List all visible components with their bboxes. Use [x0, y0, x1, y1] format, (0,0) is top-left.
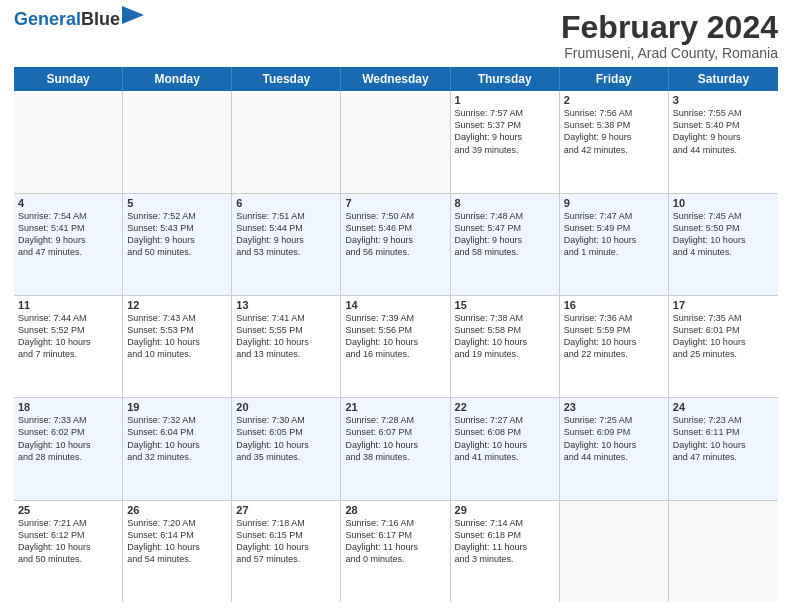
day-info: Sunrise: 7:28 AM Sunset: 6:07 PM Dayligh… — [345, 414, 445, 463]
day-number: 7 — [345, 197, 445, 209]
calendar-header: Sunday Monday Tuesday Wednesday Thursday… — [14, 67, 778, 91]
day-number: 24 — [673, 401, 774, 413]
day-cell-23: 23Sunrise: 7:25 AM Sunset: 6:09 PM Dayli… — [560, 398, 669, 499]
logo: GeneralBlue — [14, 10, 144, 28]
day-cell-21: 21Sunrise: 7:28 AM Sunset: 6:07 PM Dayli… — [341, 398, 450, 499]
day-cell-18: 18Sunrise: 7:33 AM Sunset: 6:02 PM Dayli… — [14, 398, 123, 499]
day-cell-2: 2Sunrise: 7:56 AM Sunset: 5:38 PM Daylig… — [560, 91, 669, 192]
header-monday: Monday — [123, 67, 232, 91]
day-number: 23 — [564, 401, 664, 413]
empty-cell — [14, 91, 123, 192]
calendar-row-5: 25Sunrise: 7:21 AM Sunset: 6:12 PM Dayli… — [14, 501, 778, 602]
day-number: 15 — [455, 299, 555, 311]
header-tuesday: Tuesday — [232, 67, 341, 91]
day-cell-24: 24Sunrise: 7:23 AM Sunset: 6:11 PM Dayli… — [669, 398, 778, 499]
day-info: Sunrise: 7:20 AM Sunset: 6:14 PM Dayligh… — [127, 517, 227, 566]
calendar-body: 1Sunrise: 7:57 AM Sunset: 5:37 PM Daylig… — [14, 91, 778, 602]
day-cell-15: 15Sunrise: 7:38 AM Sunset: 5:58 PM Dayli… — [451, 296, 560, 397]
day-info: Sunrise: 7:47 AM Sunset: 5:49 PM Dayligh… — [564, 210, 664, 259]
day-cell-7: 7Sunrise: 7:50 AM Sunset: 5:46 PM Daylig… — [341, 194, 450, 295]
day-cell-27: 27Sunrise: 7:18 AM Sunset: 6:15 PM Dayli… — [232, 501, 341, 602]
day-number: 21 — [345, 401, 445, 413]
day-cell-12: 12Sunrise: 7:43 AM Sunset: 5:53 PM Dayli… — [123, 296, 232, 397]
day-info: Sunrise: 7:48 AM Sunset: 5:47 PM Dayligh… — [455, 210, 555, 259]
day-cell-11: 11Sunrise: 7:44 AM Sunset: 5:52 PM Dayli… — [14, 296, 123, 397]
day-number: 9 — [564, 197, 664, 209]
page-title: February 2024 — [561, 10, 778, 45]
day-number: 8 — [455, 197, 555, 209]
day-number: 14 — [345, 299, 445, 311]
calendar-row-3: 11Sunrise: 7:44 AM Sunset: 5:52 PM Dayli… — [14, 296, 778, 398]
page-subtitle: Frumuseni, Arad County, Romania — [561, 45, 778, 61]
day-number: 10 — [673, 197, 774, 209]
logo-arrow-icon — [122, 6, 144, 24]
day-cell-29: 29Sunrise: 7:14 AM Sunset: 6:18 PM Dayli… — [451, 501, 560, 602]
day-info: Sunrise: 7:33 AM Sunset: 6:02 PM Dayligh… — [18, 414, 118, 463]
day-cell-26: 26Sunrise: 7:20 AM Sunset: 6:14 PM Dayli… — [123, 501, 232, 602]
day-number: 18 — [18, 401, 118, 413]
day-number: 29 — [455, 504, 555, 516]
day-number: 13 — [236, 299, 336, 311]
svg-marker-0 — [122, 6, 144, 24]
header-wednesday: Wednesday — [341, 67, 450, 91]
day-info: Sunrise: 7:39 AM Sunset: 5:56 PM Dayligh… — [345, 312, 445, 361]
day-number: 17 — [673, 299, 774, 311]
day-info: Sunrise: 7:16 AM Sunset: 6:17 PM Dayligh… — [345, 517, 445, 566]
day-info: Sunrise: 7:35 AM Sunset: 6:01 PM Dayligh… — [673, 312, 774, 361]
day-cell-3: 3Sunrise: 7:55 AM Sunset: 5:40 PM Daylig… — [669, 91, 778, 192]
day-info: Sunrise: 7:51 AM Sunset: 5:44 PM Dayligh… — [236, 210, 336, 259]
day-cell-1: 1Sunrise: 7:57 AM Sunset: 5:37 PM Daylig… — [451, 91, 560, 192]
page-container: GeneralBlue February 2024 Frumuseni, Ara… — [0, 0, 792, 612]
header-thursday: Thursday — [451, 67, 560, 91]
day-number: 5 — [127, 197, 227, 209]
day-number: 1 — [455, 94, 555, 106]
day-info: Sunrise: 7:55 AM Sunset: 5:40 PM Dayligh… — [673, 107, 774, 156]
day-cell-13: 13Sunrise: 7:41 AM Sunset: 5:55 PM Dayli… — [232, 296, 341, 397]
day-info: Sunrise: 7:41 AM Sunset: 5:55 PM Dayligh… — [236, 312, 336, 361]
day-number: 3 — [673, 94, 774, 106]
day-number: 28 — [345, 504, 445, 516]
title-block: February 2024 Frumuseni, Arad County, Ro… — [561, 10, 778, 61]
day-info: Sunrise: 7:50 AM Sunset: 5:46 PM Dayligh… — [345, 210, 445, 259]
day-info: Sunrise: 7:44 AM Sunset: 5:52 PM Dayligh… — [18, 312, 118, 361]
day-info: Sunrise: 7:38 AM Sunset: 5:58 PM Dayligh… — [455, 312, 555, 361]
day-cell-4: 4Sunrise: 7:54 AM Sunset: 5:41 PM Daylig… — [14, 194, 123, 295]
day-info: Sunrise: 7:30 AM Sunset: 6:05 PM Dayligh… — [236, 414, 336, 463]
day-info: Sunrise: 7:21 AM Sunset: 6:12 PM Dayligh… — [18, 517, 118, 566]
header-saturday: Saturday — [669, 67, 778, 91]
day-cell-6: 6Sunrise: 7:51 AM Sunset: 5:44 PM Daylig… — [232, 194, 341, 295]
day-number: 12 — [127, 299, 227, 311]
header-sunday: Sunday — [14, 67, 123, 91]
day-cell-17: 17Sunrise: 7:35 AM Sunset: 6:01 PM Dayli… — [669, 296, 778, 397]
day-info: Sunrise: 7:45 AM Sunset: 5:50 PM Dayligh… — [673, 210, 774, 259]
day-info: Sunrise: 7:32 AM Sunset: 6:04 PM Dayligh… — [127, 414, 227, 463]
day-info: Sunrise: 7:43 AM Sunset: 5:53 PM Dayligh… — [127, 312, 227, 361]
day-info: Sunrise: 7:54 AM Sunset: 5:41 PM Dayligh… — [18, 210, 118, 259]
day-cell-19: 19Sunrise: 7:32 AM Sunset: 6:04 PM Dayli… — [123, 398, 232, 499]
day-info: Sunrise: 7:36 AM Sunset: 5:59 PM Dayligh… — [564, 312, 664, 361]
day-number: 19 — [127, 401, 227, 413]
calendar-row-2: 4Sunrise: 7:54 AM Sunset: 5:41 PM Daylig… — [14, 194, 778, 296]
header: GeneralBlue February 2024 Frumuseni, Ara… — [14, 10, 778, 61]
day-number: 27 — [236, 504, 336, 516]
day-cell-5: 5Sunrise: 7:52 AM Sunset: 5:43 PM Daylig… — [123, 194, 232, 295]
day-info: Sunrise: 7:14 AM Sunset: 6:18 PM Dayligh… — [455, 517, 555, 566]
day-cell-14: 14Sunrise: 7:39 AM Sunset: 5:56 PM Dayli… — [341, 296, 450, 397]
day-number: 20 — [236, 401, 336, 413]
day-number: 4 — [18, 197, 118, 209]
day-number: 26 — [127, 504, 227, 516]
empty-cell — [669, 501, 778, 602]
day-number: 11 — [18, 299, 118, 311]
day-cell-9: 9Sunrise: 7:47 AM Sunset: 5:49 PM Daylig… — [560, 194, 669, 295]
day-info: Sunrise: 7:57 AM Sunset: 5:37 PM Dayligh… — [455, 107, 555, 156]
day-info: Sunrise: 7:25 AM Sunset: 6:09 PM Dayligh… — [564, 414, 664, 463]
calendar: Sunday Monday Tuesday Wednesday Thursday… — [14, 67, 778, 602]
day-info: Sunrise: 7:18 AM Sunset: 6:15 PM Dayligh… — [236, 517, 336, 566]
empty-cell — [232, 91, 341, 192]
empty-cell — [560, 501, 669, 602]
day-number: 6 — [236, 197, 336, 209]
empty-cell — [341, 91, 450, 192]
day-info: Sunrise: 7:27 AM Sunset: 6:08 PM Dayligh… — [455, 414, 555, 463]
empty-cell — [123, 91, 232, 192]
day-cell-10: 10Sunrise: 7:45 AM Sunset: 5:50 PM Dayli… — [669, 194, 778, 295]
